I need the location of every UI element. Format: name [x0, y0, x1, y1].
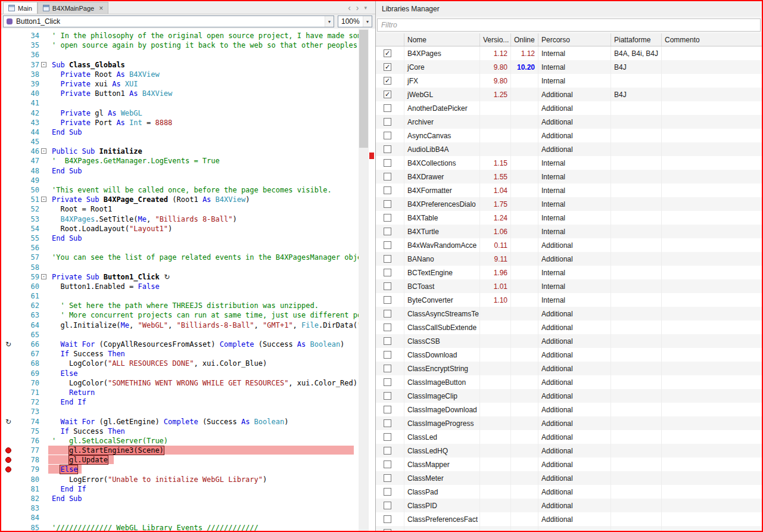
tab-main[interactable]: Main — [3, 2, 38, 14]
library-checkbox[interactable] — [384, 488, 391, 496]
code-line[interactable]: 49 — [1, 176, 359, 185]
library-checkbox[interactable]: ✓ — [384, 49, 391, 57]
library-checkbox[interactable]: ✓ — [384, 63, 391, 71]
code-line[interactable]: 63 ' More concurrent projects can run at… — [1, 310, 359, 320]
library-checkbox[interactable] — [384, 502, 391, 509]
library-row[interactable]: B4XPreferencesDialo1.75Internal — [376, 197, 762, 211]
library-checkbox[interactable] — [384, 447, 391, 455]
code-line[interactable]: 38 Private Root As B4XView — [1, 70, 359, 79]
code-line[interactable]: 37-Sub Class_Globals — [1, 60, 359, 70]
sub-selector[interactable]: Button1_Click ▾ — [3, 15, 334, 27]
library-checkbox[interactable] — [384, 392, 391, 400]
code-line[interactable]: 70 LogColor("SOMETHING WENT WRONG WHILE … — [1, 378, 359, 388]
code-line[interactable]: 60 Button1.Enabled = False — [1, 282, 359, 291]
scrollbar-thumb[interactable] — [359, 30, 368, 148]
library-checkbox[interactable] — [384, 461, 391, 468]
code-line[interactable]: 81 End If — [1, 484, 359, 494]
code-line[interactable]: 73 — [1, 407, 359, 416]
code-line[interactable]: 82End Sub — [1, 494, 359, 503]
dropdown-arrow-icon[interactable]: ▾ — [325, 16, 334, 27]
library-row[interactable]: ClassAsyncStreamsTeAdditional — [376, 307, 762, 321]
library-row[interactable]: ByteConverter1.10Internal — [376, 293, 762, 307]
library-checkbox[interactable] — [384, 145, 391, 153]
code-line[interactable]: 80 LogError("Unable to initialize WebGL … — [1, 475, 359, 484]
code-line[interactable]: 40 Private Button1 As B4XView — [1, 89, 359, 98]
library-row[interactable]: AudioLibB4AAdditional — [376, 142, 762, 156]
tab-b4xmainpage[interactable]: B4XMainPage × — [38, 2, 108, 14]
column-header[interactable]: Percorso — [538, 33, 611, 46]
code-line[interactable]: 83 — [1, 503, 359, 513]
column-header[interactable]: Nome — [404, 33, 480, 46]
library-row[interactable]: ClassCSBAdditional — [376, 334, 762, 348]
code-line[interactable]: 75 If Success Then — [1, 427, 359, 436]
code-line[interactable]: 43 Private Port As Int = 8888 — [1, 118, 359, 127]
library-row[interactable]: ClassImageProgressAdditional — [376, 416, 762, 430]
code-line[interactable]: 35' open source again by posting it back… — [1, 41, 359, 50]
library-checkbox[interactable] — [384, 351, 391, 359]
library-row[interactable]: B4XDrawer1.55Internal — [376, 170, 762, 183]
library-checkbox[interactable] — [384, 214, 391, 222]
code-line[interactable]: 36 — [1, 50, 359, 60]
library-row[interactable]: B4XTable1.24Internal — [376, 211, 762, 225]
code-line[interactable]: 78 gl.Update — [1, 455, 359, 465]
library-row[interactable]: BANano9.11Additional — [376, 252, 762, 266]
library-checkbox[interactable] — [384, 296, 391, 304]
library-row[interactable]: ClassEncryptStringAdditional — [376, 362, 762, 375]
fold-icon[interactable]: - — [41, 197, 46, 202]
code-line[interactable]: 55End Sub — [1, 234, 359, 243]
code-line[interactable]: 85'///////////// WebGL Library Events //… — [1, 523, 359, 531]
code-line[interactable]: 64 gl.Initialize(Me, "WebGL", "Billiards… — [1, 321, 359, 330]
library-checkbox[interactable] — [384, 241, 391, 249]
library-checkbox[interactable] — [384, 378, 391, 386]
library-row[interactable]: B4XFormatter1.04Internal — [376, 183, 762, 197]
code-line[interactable]: 77 gl.StartEngine3(Scene) — [1, 446, 359, 455]
library-checkbox[interactable] — [384, 159, 391, 167]
library-row[interactable]: ClassDownloadAdditional — [376, 348, 762, 362]
library-row[interactable]: ✓B4XPages1.121.12InternalB4A, B4i, B4J — [376, 46, 762, 60]
breakpoint-icon[interactable] — [5, 447, 11, 453]
library-row[interactable]: ✓jCore9.8010.20InternalB4J — [376, 60, 762, 74]
code-line[interactable]: 65 — [1, 330, 359, 340]
library-row[interactable]: ClassPreferencesFactAdditional — [376, 512, 762, 526]
code-line[interactable]: 67 If Success Then — [1, 349, 359, 359]
library-row[interactable]: ClassImageClipAdditional — [376, 389, 762, 403]
library-checkbox[interactable] — [384, 282, 391, 290]
library-checkbox[interactable] — [384, 474, 391, 482]
library-checkbox[interactable] — [384, 529, 391, 531]
library-checkbox[interactable] — [384, 419, 391, 427]
breakpoint-icon[interactable] — [5, 457, 11, 463]
library-checkbox[interactable] — [384, 200, 391, 208]
library-row[interactable]: B4XTurtle1.06Internal — [376, 225, 762, 238]
code-line[interactable]: 45 — [1, 137, 359, 147]
column-header[interactable]: Online — [511, 33, 538, 46]
library-row[interactable]: AsyncCanvasAdditional — [376, 129, 762, 142]
code-line[interactable]: 44End Sub — [1, 127, 359, 137]
code-line[interactable]: 41 — [1, 98, 359, 108]
fold-icon[interactable]: - — [41, 274, 46, 279]
library-row[interactable]: ClassPadAdditional — [376, 485, 762, 499]
library-checkbox[interactable] — [384, 269, 391, 276]
library-row[interactable] — [376, 526, 762, 531]
close-tab-icon[interactable]: × — [99, 4, 103, 13]
code-line[interactable]: 46-Public Sub Initialize — [1, 147, 359, 156]
library-checkbox[interactable] — [384, 255, 391, 263]
library-row[interactable]: ClassImageDownloadAdditional — [376, 403, 762, 416]
column-header[interactable]: Commento — [662, 33, 762, 46]
fold-icon[interactable]: - — [41, 148, 46, 154]
library-row[interactable]: BCTextEngine1.96Internal — [376, 266, 762, 279]
code-line[interactable]: 51-Private Sub B4XPage_Created (Root1 As… — [1, 195, 359, 204]
code-line[interactable]: 47' B4XPages.GetManager.LogEvents = True — [1, 156, 359, 166]
library-checkbox[interactable] — [384, 118, 391, 126]
library-checkbox[interactable] — [384, 173, 391, 181]
code-editor[interactable]: 34' In the philosophy of the original op… — [1, 29, 375, 531]
library-checkbox[interactable] — [384, 323, 391, 331]
code-line[interactable]: 69 Else — [1, 369, 359, 378]
tab-list-dropdown-icon[interactable]: ▾ — [364, 5, 367, 11]
library-row[interactable]: B4XCollections1.15Internal — [376, 156, 762, 170]
library-row[interactable]: ArchiverAdditional — [376, 115, 762, 129]
code-line[interactable]: 53 B4XPages.SetTitle(Me, "Billiards 8-Ba… — [1, 214, 359, 224]
library-row[interactable]: ClassMapperAdditional — [376, 458, 762, 471]
breakpoint-icon[interactable] — [5, 466, 11, 472]
code-line[interactable]: 58 — [1, 263, 359, 272]
code-line[interactable]: 56 — [1, 243, 359, 253]
